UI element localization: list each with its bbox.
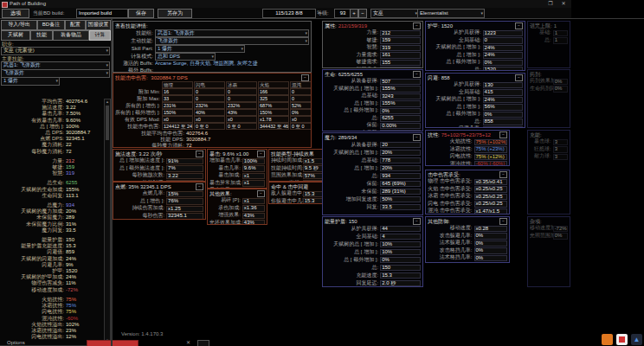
- stat-row: 总 [ 增加 ]:56%: [428, 104, 523, 112]
- stat-row: 总 [ 额外增加 ]:0%: [325, 256, 421, 264]
- collapse-button[interactable]: −: [413, 134, 421, 141]
- stat-row: 狂怒球:3: [530, 146, 568, 154]
- stat-row: 天赋树的总 [ 增加 ]:155%: [325, 86, 421, 93]
- stat-row: 药剂效果加成:0%: [530, 78, 568, 86]
- stat-row: 火焰 击中伤害承受:x0.25/x0.25: [428, 186, 507, 194]
- collapse-button[interactable]: −: [257, 190, 265, 197]
- collapse-button[interactable]: −: [413, 71, 421, 78]
- mana-panel: 魔力:289/934− 从装备获得:20天赋树的总 [ 增加 ]:20%总基础:…: [322, 132, 423, 215]
- collapse-button[interactable]: −: [499, 131, 507, 138]
- stat-row: 耐力球:3: [530, 153, 568, 161]
- sidebar-stat-row: 混沌抗性:-60%: [0, 316, 103, 322]
- panel-title: 魔力:: [325, 135, 337, 140]
- form-dropdown[interactable]: 1 爆炸: [155, 45, 245, 53]
- stat-row: 增加暴击几率:100%: [209, 157, 265, 165]
- save-button[interactable]: 保存: [128, 9, 154, 18]
- stat-row: 闪电抗性:75% (+12%): [428, 153, 507, 161]
- table-cell: 150%: [258, 109, 289, 116]
- table-cell: 40%: [194, 109, 225, 116]
- charges-panel: 充能: 暴击球:3狂怒球:3耐力球:3: [527, 130, 570, 215]
- collapse-button[interactable]: −: [499, 218, 507, 225]
- stat-row: 光照范围加成:0%: [530, 233, 568, 240]
- close-x-icon[interactable]: ✕: [186, 339, 190, 345]
- options-button[interactable]: 选项: [2, 9, 29, 18]
- tab-cn-server[interactable]: 国服设置: [86, 20, 111, 30]
- evasion-panel: 闪避:858− 从护具获得:130全局基础:415天赋树的总 [ 增加 ]:24…: [425, 73, 525, 128]
- stat-row: 充能速度:15.3: [325, 272, 421, 279]
- red-badge[interactable]: [87, 340, 138, 346]
- maximize-button[interactable]: ❐: [545, 1, 556, 7]
- table-cell: x0: [226, 116, 257, 123]
- panel-title-value: 1: [554, 23, 557, 29]
- table-cell: 0: [194, 95, 225, 102]
- tab-calcs[interactable]: 计算: [89, 30, 111, 41]
- form-row: Skill Part:1 爆炸: [115, 45, 309, 53]
- form-dropdown[interactable]: 武器1: 飞弹轰炸: [155, 29, 309, 37]
- sidebar-stat-row: 闪避几率:9%: [0, 262, 103, 268]
- minimize-box[interactable]: [197, 340, 209, 346]
- armour-panel: 护甲:1520− 从护具获得:1223全局基础:0天赋树的总 [ 增加 ]:24…: [425, 21, 525, 71]
- collapse-button[interactable]: −: [196, 183, 203, 190]
- stat-row: 总 [ 增伤 ]:76%: [115, 198, 203, 206]
- sidebar-class-dropdown[interactable]: 女巫 (元素使): [1, 47, 110, 55]
- collapse-button[interactable]: −: [413, 218, 421, 225]
- stat-row: 总:1520: [428, 67, 523, 72]
- stat-row: 总基础:778: [325, 157, 421, 164]
- table-cell: x0: [290, 116, 312, 123]
- collapse-button[interactable]: −: [413, 22, 421, 29]
- skill-part-dropdown[interactable]: 1 爆炸: [1, 77, 60, 86]
- damage-taken-panel: 击中伤害承受:− 物理 击中伤害承受:x0.35/x0.41火焰 击中伤害承受:…: [425, 170, 510, 215]
- collapse-button[interactable]: −: [257, 151, 265, 157]
- tray-icon-orange[interactable]: [602, 334, 613, 345]
- stat-row: 暴击加成:x1: [209, 172, 265, 180]
- tab-skills[interactable]: 技能: [30, 30, 53, 41]
- level-input[interactable]: 93: [334, 9, 351, 18]
- tab-tree[interactable]: 天赋树: [1, 30, 30, 41]
- collapse-button[interactable]: −: [515, 22, 523, 29]
- options-text[interactable]: Options: [7, 340, 25, 345]
- stat-row: 从护具获得:1223: [428, 29, 523, 37]
- summary-row: 每秒魔力消耗:72: [115, 143, 309, 148]
- stat-row: 回复:33.5: [325, 203, 421, 211]
- form-dropdown[interactable]: 飞弹轰炸: [155, 37, 309, 45]
- class-dropdown[interactable]: 女巫: [370, 9, 419, 18]
- damage-footer: 技能平均击中伤害:402764.6技能 DPS:3020884.7每秒魔力消耗:…: [113, 131, 311, 148]
- tab-import-export[interactable]: 导入/导出: [1, 20, 37, 30]
- tab-notes[interactable]: BD备注: [37, 20, 65, 30]
- stat-row: 法术躲避几率:0%: [428, 240, 507, 247]
- sidebar-scrollbar[interactable]: ▲ ▼: [104, 99, 111, 344]
- stat-row: 暴击球:3: [530, 138, 568, 146]
- sidebar-stat-row: 闪电抗性:75%: [0, 309, 103, 315]
- collapse-button[interactable]: −: [301, 74, 309, 81]
- save-as-button[interactable]: 另存为: [158, 9, 192, 18]
- level-minus-button[interactable]: −: [358, 9, 367, 18]
- tab-items[interactable]: 装备物品: [53, 30, 89, 41]
- form-row: 计算模式:总和 DPS: [115, 53, 309, 61]
- skill-detail-form: 技能组:武器1: 飞弹轰炸主动技能:飞弹轰炸Skill Part:1 爆炸计算模…: [113, 29, 311, 73]
- scrollbar-thumb[interactable]: [106, 106, 109, 140]
- tray-icon-white[interactable]: [616, 334, 628, 345]
- stat-row: 总 [ 额外增加 ]:0%: [428, 59, 523, 67]
- collapse-button[interactable]: −: [499, 171, 507, 178]
- sidebar-stat-row: 魔力消耗:22: [0, 142, 103, 148]
- panel-title-value: 6255/6255: [338, 72, 363, 77]
- sidebar-stat-row: 总 DPS:3020884.7: [0, 130, 103, 136]
- tray-icon-blue[interactable]: ▲: [631, 334, 642, 345]
- stat-row: 暴击几率:9.6%: [209, 165, 265, 173]
- scroll-up-icon[interactable]: ▲: [105, 99, 110, 105]
- collapse-button[interactable]: −: [515, 74, 523, 81]
- sidebar-stat-row: 敏捷:159: [0, 164, 103, 170]
- table-cell: 0: [226, 95, 257, 102]
- build-name-box[interactable]: Imported build: [76, 9, 128, 18]
- ascendancy-dropdown[interactable]: Elementalist: [417, 9, 485, 18]
- flask-panel: 药剂: 药剂效果加成:0%生命药剂回复:0%: [527, 69, 570, 128]
- tab-config[interactable]: 配置: [65, 20, 86, 30]
- sidebar-stat-row: 冰霜抗性:75%: [0, 303, 103, 309]
- stat-row: 总 [ 增加 ]:155%: [325, 100, 421, 108]
- stat-row: 总 [ 增加施法速度 ]:91%: [115, 157, 203, 165]
- level-plus-button[interactable]: +: [350, 9, 358, 18]
- close-button[interactable]: ✕: [558, 1, 569, 7]
- stat-row: 全局基础:0: [428, 37, 523, 45]
- form-dropdown[interactable]: 总和 DPS: [155, 53, 216, 61]
- collapse-button[interactable]: −: [196, 151, 203, 157]
